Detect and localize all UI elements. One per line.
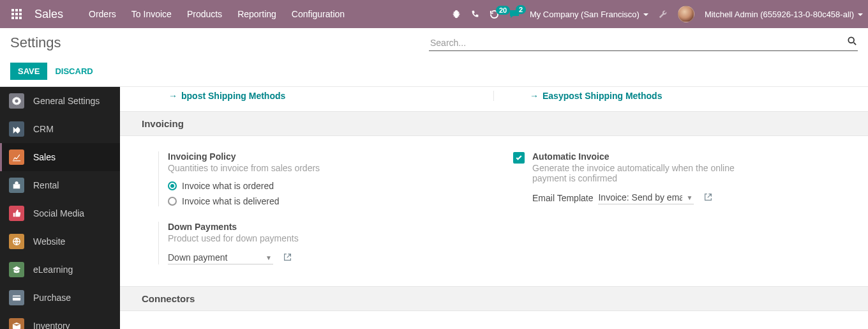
invoicing-policy-box: Invoicing Policy Quantities to invoice f… <box>158 151 475 206</box>
sidebar-item-label: CRM <box>33 124 54 134</box>
svg-rect-8 <box>19 17 22 19</box>
external-link-icon[interactable] <box>283 253 292 263</box>
thumbs-up-icon <box>9 206 24 221</box>
company-switcher[interactable]: My Company (San Francisco) <box>530 10 648 19</box>
easypost-label: Easypost Shipping Methods <box>542 91 662 101</box>
search-input[interactable] <box>429 35 858 50</box>
brand-title[interactable]: Sales <box>34 8 63 21</box>
control-panel: Settings Save Discard <box>0 28 868 87</box>
chart-icon <box>9 149 24 165</box>
radio-icon <box>168 197 177 206</box>
invoicing-policy-desc: Quantities to invoice from sales orders <box>168 163 475 173</box>
radio-delivered[interactable]: Invoice what is delivered <box>168 196 475 206</box>
svg-point-9 <box>848 37 854 43</box>
invoicing-grid: Invoicing Policy Quantities to invoice f… <box>120 136 868 286</box>
sidebar-item-label: Social Media <box>33 208 84 218</box>
nav-orders[interactable]: Orders <box>89 9 116 19</box>
auto-invoice-row: Automatic Invoice Generate the invoice a… <box>513 151 849 220</box>
caret-down-icon: ▼ <box>687 194 693 201</box>
sidebar-item-label: Website <box>33 236 65 247</box>
bpost-label: bpost Shipping Methods <box>181 91 285 101</box>
gear-icon <box>9 93 24 109</box>
caret-down-icon: ▼ <box>266 254 272 261</box>
svg-rect-1 <box>15 9 18 11</box>
svg-rect-0 <box>11 9 14 11</box>
search-icon[interactable] <box>848 36 857 47</box>
auto-invoice-title: Automatic Invoice <box>532 151 768 162</box>
auto-invoice-box: Automatic Invoice Generate the invoice a… <box>532 151 768 204</box>
sidebar-item-sales[interactable]: Sales <box>0 143 120 171</box>
svg-rect-3 <box>11 13 14 15</box>
svg-rect-13 <box>13 296 20 298</box>
radio-icon <box>168 181 177 190</box>
chat-icon[interactable]: 2 <box>509 9 520 19</box>
refresh-badge: 20 <box>496 6 510 15</box>
arrow-right-icon: → <box>168 91 177 101</box>
chat-badge: 2 <box>516 5 526 14</box>
navbar: Sales Orders To Invoice Products Reporti… <box>0 0 868 28</box>
debug-icon[interactable] <box>452 10 461 19</box>
user-menu[interactable]: Mitchell Admin (655926-13-0-80c458-all) <box>705 10 863 19</box>
nav-configuration[interactable]: Configuration <box>292 9 345 19</box>
email-template-input[interactable] <box>598 191 694 204</box>
radio-delivered-label: Invoice what is delivered <box>182 196 280 206</box>
external-link-icon[interactable] <box>704 193 712 203</box>
sidebar-item-inventory[interactable]: Inventory <box>0 312 120 329</box>
company-name: My Company (San Francisco) <box>530 10 640 19</box>
svg-rect-6 <box>11 17 14 19</box>
auto-invoice-desc: Generate the invoice automatically when … <box>532 163 768 183</box>
email-template-label: Email Template <box>532 193 593 203</box>
bpost-link[interactable]: →bpost Shipping Methods <box>168 91 285 101</box>
svg-rect-7 <box>15 17 18 19</box>
radio-ordered[interactable]: Invoice what is ordered <box>168 181 475 191</box>
invoicing-policy-title: Invoicing Policy <box>168 151 475 162</box>
sidebar-item-general[interactable]: General Settings <box>0 87 120 115</box>
sidebar-item-elearning[interactable]: eLearning <box>0 256 120 284</box>
sidebar-item-label: General Settings <box>33 96 100 106</box>
sidebar-item-label: eLearning <box>33 264 73 275</box>
invoicing-section-title: Invoicing <box>120 111 868 136</box>
sidebar-item-crm[interactable]: CRM <box>0 115 120 143</box>
phone-icon[interactable] <box>471 10 479 19</box>
apps-menu-icon[interactable] <box>5 0 28 28</box>
down-payment-product-field[interactable]: ▼ <box>168 251 273 264</box>
down-payment-product-input[interactable] <box>168 251 273 264</box>
svg-rect-12 <box>13 296 20 301</box>
nav-products[interactable]: Products <box>187 9 222 19</box>
search-container <box>429 35 858 51</box>
svg-rect-10 <box>13 184 20 188</box>
nav-to-invoice[interactable]: To Invoice <box>131 9 172 19</box>
svg-rect-2 <box>19 9 22 11</box>
sidebar-item-label: Sales <box>33 152 56 162</box>
down-payments-title: Down Payments <box>168 222 475 232</box>
sidebar-item-website[interactable]: Website <box>0 227 120 256</box>
graduation-icon <box>9 262 24 277</box>
nav-reporting[interactable]: Reporting <box>237 9 276 19</box>
sidebar-item-social[interactable]: Social Media <box>0 199 120 227</box>
key-icon <box>9 178 24 193</box>
page-title: Settings <box>10 34 61 51</box>
avatar[interactable] <box>678 6 694 22</box>
easypost-link[interactable]: →Easypost Shipping Methods <box>530 91 662 101</box>
body: General Settings CRM Sales Rental Social… <box>0 87 868 329</box>
down-payments-desc: Product used for down payments <box>168 233 475 243</box>
support-icon[interactable] <box>659 10 668 19</box>
card-icon <box>9 290 24 305</box>
sidebar-item-purchase[interactable]: Purchase <box>0 284 120 312</box>
username-label: Mitchell Admin (655926-13-0-80c458-all) <box>705 10 854 19</box>
auto-invoice-checkbox[interactable] <box>513 152 525 164</box>
caret-down-icon <box>858 13 863 16</box>
main-content: →bpost Shipping Methods →Easypost Shippi… <box>120 87 868 329</box>
settings-sidebar: General Settings CRM Sales Rental Social… <box>0 87 120 329</box>
handshake-icon <box>9 121 24 137</box>
save-button[interactable]: Save <box>10 63 47 80</box>
sidebar-item-rental[interactable]: Rental <box>0 171 120 199</box>
caret-down-icon <box>643 13 648 16</box>
email-template-field[interactable]: ▼ <box>598 191 694 204</box>
arrow-right-icon: → <box>530 91 539 101</box>
sidebar-item-label: Purchase <box>33 293 71 303</box>
box-icon <box>9 318 24 329</box>
radio-ordered-label: Invoice what is ordered <box>182 181 274 191</box>
discard-button[interactable]: Discard <box>55 66 93 76</box>
refresh-icon[interactable]: 20 <box>490 10 499 19</box>
